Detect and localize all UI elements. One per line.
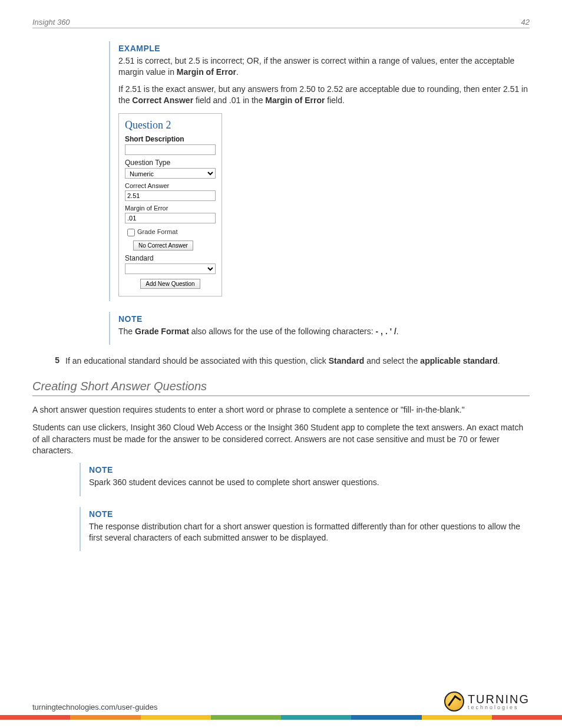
section-heading: Creating Short Answer Questions xyxy=(32,380,530,396)
question-type-select[interactable]: Numeric xyxy=(125,168,216,179)
margin-of-error-label: Margin of Error xyxy=(125,205,216,212)
add-new-question-button[interactable]: Add New Question xyxy=(140,279,200,289)
note-text: Spark 360 student devices cannot be used… xyxy=(89,477,530,488)
margin-of-error-input[interactable] xyxy=(125,213,216,223)
note-spark360: NOTE Spark 360 student devices cannot be… xyxy=(80,463,530,496)
note-text: The response distribution chart for a sh… xyxy=(89,521,530,543)
page-footer: turningtechnologies.com/user-guides TURN… xyxy=(0,691,562,711)
page-number: 42 xyxy=(521,18,530,27)
example-callout: EXAMPLE 2.51 is correct, but 2.5 is inco… xyxy=(109,41,530,301)
question-panel: Question 2 Short Description Question Ty… xyxy=(118,113,222,297)
step-5: 5 If an educational standard should be a… xyxy=(47,355,530,367)
header-title: Insight 360 xyxy=(32,18,70,27)
correct-answer-input[interactable] xyxy=(125,190,216,201)
short-description-input[interactable] xyxy=(125,144,216,155)
note-title: NOTE xyxy=(89,465,530,475)
grade-format-row: Grade Format No Correct Answer xyxy=(125,227,216,251)
footer-url: turningtechnologies.com/user-guides xyxy=(32,703,157,711)
turning-logo: TURNING technologies xyxy=(444,691,530,711)
question-title: Question 2 xyxy=(125,119,216,131)
example-paragraph-1: 2.51 is correct, but 2.5 is incorrect; O… xyxy=(118,55,530,78)
correct-answer-label: Correct Answer xyxy=(125,182,216,189)
section-paragraph-2: Students can use clickers, Insight 360 C… xyxy=(32,422,530,457)
step-body: If an educational standard should be ass… xyxy=(65,355,530,367)
no-correct-answer-button[interactable]: No Correct Answer xyxy=(133,241,193,251)
section-paragraph-1: A short answer question requires student… xyxy=(32,404,530,416)
grade-format-checkbox[interactable] xyxy=(127,229,135,236)
example-paragraph-2: If 2.51 is the exact answer, but any ans… xyxy=(118,84,530,106)
standard-select[interactable] xyxy=(125,263,216,274)
note-text: The Grade Format also allows for the use… xyxy=(118,326,530,337)
step-number: 5 xyxy=(47,355,59,367)
standard-label: Standard xyxy=(125,254,216,262)
question-type-label: Question Type xyxy=(125,159,216,167)
turning-logo-text: TURNING technologies xyxy=(468,693,530,710)
footer-color-bar xyxy=(0,715,562,720)
short-description-label: Short Description xyxy=(125,135,216,143)
turning-logo-icon xyxy=(444,691,464,711)
note-title: NOTE xyxy=(89,509,530,519)
grade-format-label: Grade Format xyxy=(137,228,177,235)
page-header: Insight 360 42 xyxy=(32,18,530,28)
note-title: NOTE xyxy=(118,314,530,324)
note-grade-format: NOTE The Grade Format also allows for th… xyxy=(109,312,530,345)
note-response-distribution: NOTE The response distribution chart for… xyxy=(80,507,530,552)
example-title: EXAMPLE xyxy=(118,44,530,53)
